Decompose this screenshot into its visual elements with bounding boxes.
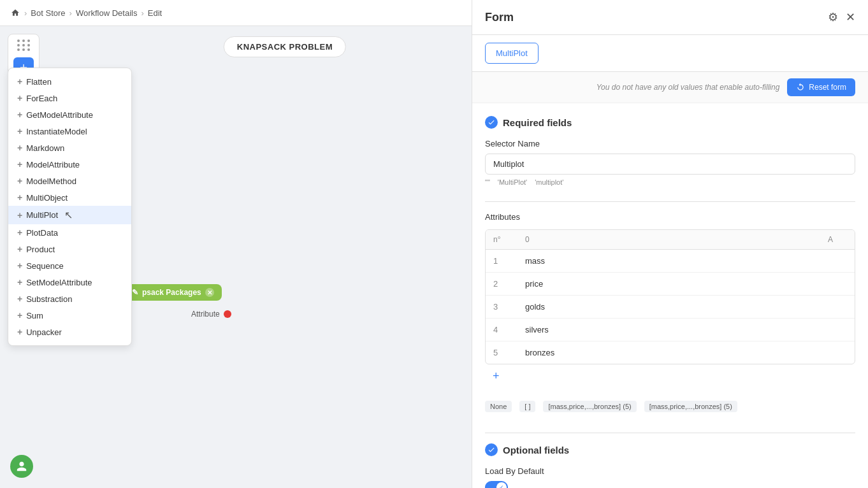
knapsack-node[interactable]: ✎ psack Packages ✕ [124, 284, 222, 301]
menu-label: InstantiateModel [26, 127, 87, 136]
selector-name-input[interactable] [485, 154, 855, 175]
selector-hints: "" 'MultiPlot' 'multiplot' [485, 178, 855, 186]
close-icon[interactable]: ✕ [846, 10, 855, 24]
table-row: 3golds [486, 296, 855, 319]
plus-icon: + [17, 244, 22, 254]
menu-label: Sum [26, 311, 43, 320]
menu-label: GetModelAttribute [26, 110, 93, 120]
menu-label: Sequence [26, 261, 64, 271]
menu-item-multiobject[interactable]: +MultiObject [8, 189, 131, 206]
row-num: 4 [493, 325, 525, 334]
divider-2 [485, 433, 855, 433]
menu-item-setmodelattribute[interactable]: +SetModelAttribute [8, 274, 131, 291]
menu-item-instantiatemodel[interactable]: +InstantiateModel [8, 123, 131, 140]
divider-1 [485, 201, 855, 202]
hint-empty: "" [485, 178, 490, 186]
menu-item-multiplot[interactable]: +MultiPlot↖ [8, 206, 131, 224]
footer-empty-arr: [ ] [519, 401, 535, 412]
autofill-text: You do not have any old values that enab… [597, 83, 780, 92]
plus-icon: + [17, 227, 22, 238]
menu-label: MultiPlot [26, 210, 58, 220]
plus-icon: + [17, 310, 22, 320]
plus-icon: + [17, 192, 22, 203]
reset-form-button[interactable]: Reset form [787, 78, 855, 96]
load-by-default-toggle[interactable]: ✓ [485, 481, 508, 488]
menu-item-sum[interactable]: +Sum [8, 307, 131, 324]
selector-name-field: Selector Name "" 'MultiPlot' 'multiplot' [485, 139, 855, 186]
menu-item-product[interactable]: +Product [8, 241, 131, 257]
menu-item-foreach[interactable]: +ForEach [8, 90, 131, 106]
plus-icon: + [17, 93, 22, 103]
required-section-header: Required fields [485, 116, 855, 129]
menu-item-substraction[interactable]: +Substraction [8, 291, 131, 307]
menu-item-modelmethod[interactable]: +ModelMethod [8, 173, 131, 189]
plus-icon: + [17, 159, 22, 169]
breadcrumb-sep-3: › [141, 8, 143, 18]
reset-label: Reset form [809, 83, 846, 92]
required-fields-section: Required fields Selector Name "" 'MultiP… [485, 116, 855, 186]
table-row: 1mass [486, 250, 855, 273]
col-n: n° [493, 235, 525, 244]
menu-label: ModelMethod [26, 176, 76, 186]
table-row: 4silvers [486, 319, 855, 341]
menu-item-getmodelattribute[interactable]: +GetModelAttribute [8, 106, 131, 123]
row-value: bronzes [525, 348, 828, 357]
tab-multiplot[interactable]: MultiPlot [485, 43, 539, 64]
toggle-knob: ✓ [496, 482, 507, 488]
footer-none: None [485, 401, 512, 412]
canvas-area: KNAPSACK PROBLEM +Flatten+ForEach+GetMod… [0, 26, 472, 488]
load-by-default-toggle-wrap: ✓ [485, 481, 855, 488]
breadcrumb: › Bot Store › Workflow Details › Edit [0, 0, 472, 26]
table-row: 2price [486, 273, 855, 296]
plus-icon: + [17, 294, 22, 304]
form-header-actions: ⚙ ✕ [828, 10, 855, 24]
plus-icon: + [17, 76, 22, 87]
hint-multiplot-1: 'MultiPlot' [498, 178, 527, 186]
breadcrumb-bot-store[interactable]: Bot Store [31, 8, 65, 18]
menu-label: ForEach [26, 94, 57, 103]
knapsack-node-label: psack Packages [142, 288, 201, 297]
plus-icon: + [17, 126, 22, 136]
plus-icon: + [17, 143, 22, 153]
plus-icon: + [17, 210, 22, 220]
menu-item-modelattribute[interactable]: +ModelAttribute [8, 156, 131, 173]
add-attribute-button[interactable]: + [485, 364, 855, 388]
hint-multiplot-2: 'multiplot' [535, 178, 563, 186]
table-row: 5bronzes [486, 341, 855, 364]
row-value: golds [525, 302, 828, 312]
connector-label: Attribute [191, 310, 220, 319]
breadcrumb-edit: Edit [148, 8, 162, 18]
menu-item-sequence[interactable]: +Sequence [8, 257, 131, 274]
node-type-menu: +Flatten+ForEach+GetModelAttribute+Insta… [8, 68, 132, 346]
menu-item-markdown[interactable]: +Markdown [8, 140, 131, 156]
row-num: 5 [493, 348, 525, 357]
close-node-button[interactable]: ✕ [205, 288, 214, 297]
menu-label: MultiObject [26, 193, 68, 203]
menu-label: Substraction [26, 294, 72, 304]
optional-title: Optional fields [503, 445, 569, 456]
toolbar-drag-handle [17, 39, 31, 51]
connector-dot [224, 310, 231, 318]
breadcrumb-sep-2: › [69, 8, 72, 18]
menu-label: Unpacker [26, 327, 62, 337]
attr-rows: 1mass2price3golds4silvers5bronzes [486, 250, 855, 364]
home-icon[interactable] [10, 8, 20, 18]
attr-footer: None [ ] [mass,price,...,bronzes] (5) [m… [485, 396, 855, 417]
menu-item-flatten[interactable]: +Flatten [8, 73, 131, 90]
node-connector: Attribute [191, 310, 231, 319]
menu-label: Flatten [26, 77, 52, 87]
menu-item-unpacker[interactable]: +Unpacker [8, 324, 131, 340]
menu-label: ModelAttribute [26, 160, 80, 169]
left-panel: › Bot Store › Workflow Details › Edit KN… [0, 0, 472, 488]
breadcrumb-workflow-details[interactable]: Workflow Details [76, 8, 138, 18]
attributes-section: Attributes n° 0 A 1mass2price3golds4silv… [485, 212, 855, 417]
required-title: Required fields [503, 117, 572, 128]
cursor-icon: ↖ [64, 209, 73, 221]
settings-icon[interactable]: ⚙ [828, 10, 838, 24]
attributes-table: n° 0 A 1mass2price3golds4silvers5bronzes [485, 229, 855, 364]
selector-name-label: Selector Name [485, 139, 855, 148]
menu-item-plotdata[interactable]: +PlotData [8, 224, 131, 241]
col-a: A [828, 235, 847, 244]
user-avatar[interactable] [10, 455, 33, 478]
load-by-default-label: Load By Default [485, 466, 855, 476]
